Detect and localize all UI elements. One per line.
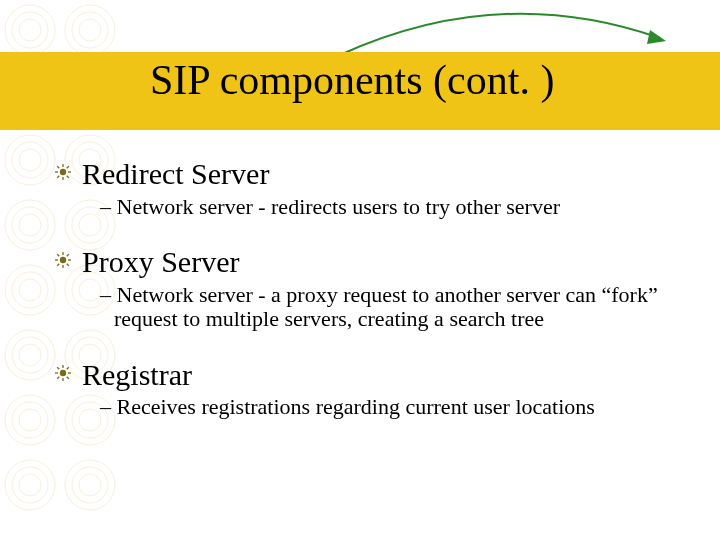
svg-line-62 xyxy=(57,254,59,256)
bullet-subtext: – Receives registrations regarding curre… xyxy=(100,395,682,420)
svg-point-13 xyxy=(12,142,48,178)
svg-point-47 xyxy=(79,474,101,496)
svg-line-73 xyxy=(57,377,59,379)
svg-point-36 xyxy=(5,395,55,445)
slide-title: SIP components (cont. ) xyxy=(150,56,554,104)
svg-line-65 xyxy=(67,254,69,256)
decorative-swoosh xyxy=(330,0,680,60)
svg-point-4 xyxy=(72,12,108,48)
svg-line-72 xyxy=(67,377,69,379)
svg-line-74 xyxy=(67,367,69,369)
svg-point-3 xyxy=(65,5,115,55)
svg-point-25 xyxy=(12,272,48,308)
svg-point-12 xyxy=(5,135,55,185)
svg-point-5 xyxy=(79,19,101,41)
svg-point-46 xyxy=(72,467,108,503)
svg-point-30 xyxy=(5,330,55,380)
bullet-heading: Registrar xyxy=(82,356,682,394)
svg-point-38 xyxy=(19,409,41,431)
svg-point-37 xyxy=(12,402,48,438)
svg-line-71 xyxy=(57,367,59,369)
svg-line-63 xyxy=(67,264,69,266)
svg-point-44 xyxy=(19,474,41,496)
svg-line-53 xyxy=(57,166,59,168)
bullet-icon xyxy=(54,251,72,269)
bullet-item: Registrar xyxy=(82,356,682,394)
svg-line-54 xyxy=(67,176,69,178)
bullet-item: Proxy Server xyxy=(82,243,682,281)
svg-point-43 xyxy=(12,467,48,503)
svg-point-26 xyxy=(19,279,41,301)
svg-point-48 xyxy=(60,169,66,175)
svg-point-66 xyxy=(60,370,66,376)
bullet-icon xyxy=(54,364,72,382)
svg-point-45 xyxy=(65,460,115,510)
bullet-heading: Redirect Server xyxy=(82,155,682,193)
bullet-subtext: – Network server - redirects users to tr… xyxy=(100,195,682,220)
svg-point-31 xyxy=(12,337,48,373)
svg-line-56 xyxy=(67,166,69,168)
svg-point-19 xyxy=(12,207,48,243)
svg-line-55 xyxy=(57,176,59,178)
bullet-subtext: – Network server - a proxy request to an… xyxy=(100,283,682,332)
bullet-item: Redirect Server xyxy=(82,155,682,193)
content-area: Redirect Server – Network server - redir… xyxy=(82,155,682,420)
svg-point-24 xyxy=(5,265,55,315)
bullet-icon xyxy=(54,163,72,181)
bullet-heading: Proxy Server xyxy=(82,243,682,281)
svg-point-2 xyxy=(19,19,41,41)
svg-point-42 xyxy=(5,460,55,510)
svg-point-14 xyxy=(19,149,41,171)
svg-point-18 xyxy=(5,200,55,250)
svg-line-64 xyxy=(57,264,59,266)
slide: SIP components (cont. ) Redirect Server … xyxy=(0,0,720,540)
svg-point-57 xyxy=(60,257,66,263)
svg-point-32 xyxy=(19,344,41,366)
svg-point-0 xyxy=(5,5,55,55)
svg-point-20 xyxy=(19,214,41,236)
svg-point-1 xyxy=(12,12,48,48)
